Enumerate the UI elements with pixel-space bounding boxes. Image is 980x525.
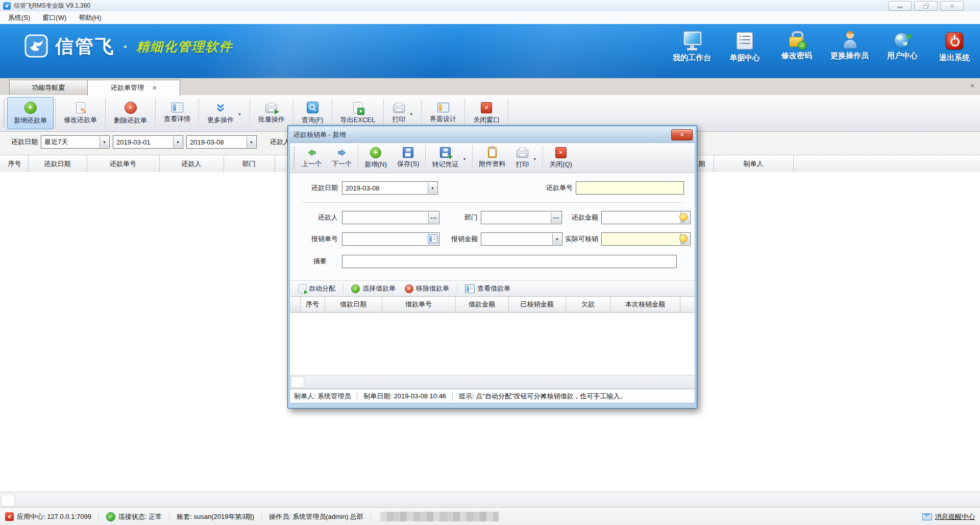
writeoff-select[interactable] <box>601 232 691 246</box>
dialog-save-button[interactable]: 保存(S) <box>392 144 424 172</box>
column-header[interactable]: 欠款 <box>566 297 611 312</box>
repay-date-select[interactable]: 2019-03-08 <box>342 181 438 195</box>
auto-assign-button[interactable]: 自动分配 <box>295 282 339 295</box>
expense-detail-icon[interactable] <box>428 234 437 243</box>
print-button[interactable]: 打印 <box>385 97 420 129</box>
view-details-button[interactable]: 查看详情 <box>157 97 197 129</box>
banner-action-workspace[interactable]: 我的工作台 <box>673 31 711 63</box>
column-header[interactable]: 制单人 <box>714 155 794 173</box>
button-label: 界面设计 <box>430 114 456 124</box>
column-header[interactable]: 本次核销金额 <box>610 297 680 312</box>
banner-action-change-password[interactable]: 修改密码 <box>778 31 815 63</box>
edit-icon <box>76 102 85 113</box>
scrollbar-thumb[interactable] <box>291 376 304 388</box>
menu-window[interactable]: 窗口(W) <box>36 12 72 23</box>
view-loan-button[interactable]: 查看借款单 <box>461 282 514 295</box>
close-window-button[interactable]: 关闭窗口 <box>467 97 506 129</box>
tabstrip-close-icon[interactable] <box>970 82 975 89</box>
button-label: 打印 <box>392 115 405 124</box>
maker-text: 制单人: 系统管理员 <box>294 392 351 401</box>
column-header[interactable]: 序号 <box>300 297 325 312</box>
minimize-button[interactable] <box>888 1 912 11</box>
hint-bulb-icon[interactable] <box>679 234 688 243</box>
more-actions-button[interactable]: 更多操作 <box>201 97 248 129</box>
dropdown-caret-icon <box>238 109 241 117</box>
payer-input[interactable] <box>342 211 439 224</box>
column-header[interactable]: 部门 <box>224 155 275 173</box>
dialog-close-q-button[interactable]: 关闭(Q) <box>544 144 577 172</box>
search-button[interactable]: 查询(F) <box>295 97 330 129</box>
connection-status: 连接状态: 正常 <box>106 512 162 521</box>
dept-label: 部门 <box>441 211 478 224</box>
change-password-icon <box>788 31 805 49</box>
close-button[interactable] <box>940 1 964 11</box>
print-icon <box>517 150 528 158</box>
batch-actions-button[interactable]: 批量操作 <box>252 97 291 129</box>
expense-amount-select[interactable] <box>481 232 562 246</box>
export-excel-button[interactable]: 导出EXCEL <box>334 97 382 129</box>
button-label: 查看借款单 <box>477 284 510 293</box>
tab-repayment-management[interactable]: 还款单管理 <box>87 80 180 96</box>
date-to-select[interactable]: 2019-03-08 <box>186 135 257 149</box>
button-label: 新增还款单 <box>14 116 47 125</box>
divider <box>543 146 543 170</box>
menu-system[interactable]: 系统(S) <box>2 12 36 23</box>
repay-no-input[interactable] <box>576 181 684 195</box>
dialog-statusbar: 制单人: 系统管理员 制单日期: 2019-03-08 10:46 提示: 点"… <box>290 389 695 403</box>
dept-input[interactable] <box>481 211 562 224</box>
delete-repayment-button[interactable]: 删除还款单 <box>107 97 154 129</box>
dropdown-arrow-icon[interactable] <box>247 136 256 148</box>
previous-button[interactable]: 上一个 <box>297 144 327 172</box>
banner-action-document-center[interactable]: 单据中心 <box>726 31 763 63</box>
column-header[interactable]: 还款单号 <box>87 155 160 173</box>
banner-action-change-operator[interactable]: 更换操作员 <box>830 31 869 63</box>
dialog-print-button[interactable]: 打印 <box>510 144 542 172</box>
dialog-titlebar[interactable]: 还款核销单 - 新增 <box>289 127 695 142</box>
remove-loan-button[interactable]: 移除借款单 <box>401 282 453 295</box>
dialog-title: 还款核销单 - 新增 <box>293 130 346 139</box>
lookup-ellipsis-button[interactable] <box>428 212 438 223</box>
hint-bulb-icon[interactable] <box>679 213 688 221</box>
restore-button[interactable] <box>914 1 938 11</box>
summary-label: 摘要 <box>294 255 327 268</box>
date-from-select[interactable]: 2019-03-01 <box>113 135 183 149</box>
column-header[interactable]: 已核销金额 <box>508 297 566 312</box>
column-header[interactable]: 借款单号 <box>382 297 456 312</box>
column-header[interactable]: 借款日期 <box>325 297 382 312</box>
print-icon <box>393 105 405 113</box>
repay-amount-select[interactable] <box>601 211 691 224</box>
dropdown-arrow-icon[interactable] <box>100 136 109 148</box>
next-button[interactable]: 下一个 <box>327 144 357 172</box>
date-preset-select[interactable]: 最近7天 <box>41 135 110 149</box>
tab-close-icon[interactable] <box>152 85 157 91</box>
column-header[interactable]: 还款人 <box>159 155 224 173</box>
edit-repayment-button[interactable]: 修改还款单 <box>57 97 104 129</box>
ui-design-button[interactable]: 界面设计 <box>423 97 463 129</box>
dialog-add-button[interactable]: 新增(N) <box>359 144 392 172</box>
summary-input[interactable] <box>342 255 677 268</box>
expense-no-input[interactable] <box>342 232 439 246</box>
horizontal-scrollbar[interactable] <box>0 492 980 508</box>
banner-action-user-center[interactable]: 用户中心 <box>884 31 921 63</box>
select-loan-button[interactable]: 选择借款单 <box>348 282 399 295</box>
dialog-close-button[interactable] <box>671 129 693 140</box>
column-header[interactable]: 借款金额 <box>455 297 509 312</box>
scrollbar-thumb[interactable] <box>1 494 15 507</box>
dropdown-arrow-icon[interactable] <box>173 136 182 148</box>
button-label: 批量操作 <box>258 115 285 124</box>
column-header[interactable]: 序号 <box>1 155 29 173</box>
menu-help[interactable]: 帮助(H) <box>72 12 107 23</box>
attachment-button[interactable]: 附件资料 <box>474 144 510 172</box>
message-center-link[interactable]: 消息提醒中心 <box>922 512 975 521</box>
dropdown-arrow-icon[interactable] <box>428 182 437 194</box>
voucher-button[interactable]: 转记凭证 <box>427 144 471 172</box>
expense-no-label: 报销单号 <box>294 232 338 245</box>
repay-date-value: 2019-03-08 <box>346 184 380 192</box>
banner-action-exit-system[interactable]: 退出系统 <box>936 31 973 63</box>
add-repayment-button[interactable]: 新增还款单 <box>7 97 54 129</box>
column-header[interactable]: 还款日期 <box>28 155 87 173</box>
button-label: 打印 <box>516 160 529 169</box>
loan-grid-scrollbar[interactable] <box>290 375 695 389</box>
tab-navigation[interactable]: 功能导航窗 <box>9 80 88 95</box>
loan-grid-body[interactable] <box>290 313 695 375</box>
